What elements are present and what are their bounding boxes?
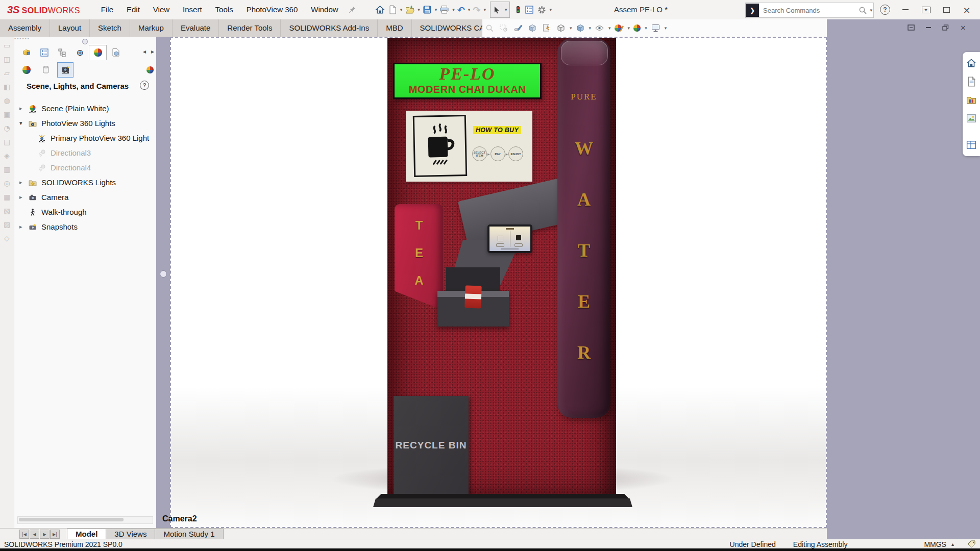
edit-scene-caret[interactable]: ▾ xyxy=(628,26,630,31)
last-tab-button[interactable]: ▶| xyxy=(50,530,60,539)
document-properties-icon[interactable] xyxy=(523,4,535,16)
tree-item-walk-through[interactable]: Walk-through xyxy=(14,205,156,219)
tree-item-scene[interactable]: ▸ Scene (Plain White) xyxy=(14,101,156,116)
next-tab-button[interactable]: ▶ xyxy=(40,530,50,539)
tab-assembly[interactable]: Assembly xyxy=(0,19,50,37)
menu-insert[interactable]: Insert xyxy=(176,0,209,19)
scrollbar-thumb[interactable] xyxy=(19,518,124,521)
menu-photoview-360[interactable]: PhotoView 360 xyxy=(240,0,305,19)
save-caret[interactable]: ▾ xyxy=(435,7,437,12)
dimxpertmanager-tab[interactable]: ⊕ xyxy=(71,45,89,60)
prev-tab-button[interactable]: ◀ xyxy=(30,530,39,539)
configurationmanager-tab[interactable] xyxy=(53,45,71,60)
tab-sketch[interactable]: Sketch xyxy=(90,19,130,37)
zoom-to-fit-icon[interactable] xyxy=(485,23,494,33)
manager-tab-scroll-left[interactable]: ◂ xyxy=(143,48,146,55)
redo-button[interactable]: ↷ xyxy=(471,3,482,17)
tab-markup[interactable]: Markup xyxy=(130,19,173,37)
splitter-knob[interactable] xyxy=(160,270,167,278)
tree-item-snapshots[interactable]: ▸ Snapshots xyxy=(14,219,156,234)
options-gear-icon[interactable] xyxy=(535,4,548,16)
redo-caret[interactable]: ▾ xyxy=(483,7,486,12)
hide-show-items-caret[interactable]: ▾ xyxy=(608,26,611,31)
left-toolbar-icon[interactable]: ◈ xyxy=(4,152,10,159)
menu-file[interactable]: File xyxy=(94,0,120,19)
rebuild-traffic-light-icon[interactable] xyxy=(513,3,523,16)
left-toolbar-icon[interactable]: ▤ xyxy=(4,138,10,145)
span-displays-button[interactable]: ◂▸ xyxy=(916,0,936,19)
search-icon[interactable] xyxy=(859,6,867,15)
save-button[interactable] xyxy=(421,4,433,16)
left-toolbar-icon[interactable]: ▭ xyxy=(4,42,10,49)
tree-item-directional4[interactable]: Directional4 xyxy=(14,160,156,175)
search-caret[interactable]: ▾ xyxy=(870,8,872,13)
display-style-caret[interactable]: ▾ xyxy=(589,26,592,31)
edit-scene-icon[interactable] xyxy=(615,24,624,32)
help-icon[interactable]: ? xyxy=(875,0,895,19)
left-toolbar-icon[interactable]: ◍ xyxy=(4,97,10,104)
tab-render-tools[interactable]: Render Tools xyxy=(219,19,281,37)
new-document-caret[interactable]: ▾ xyxy=(400,7,403,12)
panel-help-icon[interactable]: ? xyxy=(140,81,149,90)
manager-tab-scroll-right[interactable]: ▸ xyxy=(151,48,154,55)
home-button[interactable] xyxy=(374,4,386,16)
undo-button[interactable]: ↶ xyxy=(456,3,467,17)
cam-manager-tab[interactable] xyxy=(107,45,125,60)
photoview-options-icon[interactable] xyxy=(142,62,156,78)
doc-close-icon[interactable]: × xyxy=(960,23,966,32)
select-tool-button[interactable]: ▾ xyxy=(490,2,510,18)
left-toolbar-icon[interactable]: ◎ xyxy=(4,180,10,187)
zoom-to-area-icon[interactable] xyxy=(499,23,508,33)
left-toolbar-icon[interactable]: ▱ xyxy=(4,69,10,77)
search-commands-input[interactable] xyxy=(762,6,857,15)
doc-restore-icon[interactable] xyxy=(942,24,949,31)
menu-tools[interactable]: Tools xyxy=(209,0,240,19)
apply-scene-icon[interactable] xyxy=(633,24,641,32)
menu-window[interactable]: Window xyxy=(304,0,345,19)
tab-3d-views[interactable]: 3D Views xyxy=(106,529,155,539)
tree-item-solidworks-lights[interactable]: ▸ SOLIDWORKS Lights xyxy=(14,175,156,190)
units-caret-icon[interactable]: ▴ xyxy=(951,541,954,547)
left-toolbar-icon[interactable]: ▥ xyxy=(4,166,10,173)
close-button[interactable]: × xyxy=(957,0,977,19)
3d-viewport[interactable]: PE-LO MODERN CHAI DUKAN xyxy=(170,37,827,528)
apply-scene-caret[interactable]: ▾ xyxy=(645,26,647,31)
tree-item-directional3[interactable]: Directional3 xyxy=(14,145,156,160)
view-palette-icon[interactable] xyxy=(966,113,976,123)
tree-item-primary-light[interactable]: Primary PhotoView 360 Light xyxy=(14,131,156,145)
expand-collapsed-icon[interactable]: ▸ xyxy=(19,223,28,230)
panel-horizontal-scrollbar[interactable] xyxy=(17,516,153,524)
new-document-button[interactable] xyxy=(386,4,399,16)
pin-menu-icon[interactable] xyxy=(348,6,356,14)
tab-motion-study-1[interactable]: Motion Study 1 xyxy=(155,529,223,539)
left-toolbar-icon[interactable]: ▣ xyxy=(4,111,10,118)
doc-minimize-icon[interactable] xyxy=(926,27,931,28)
panel-drag-handle[interactable]: •••••• xyxy=(14,38,45,40)
expand-collapsed-icon[interactable]: ▸ xyxy=(19,179,28,186)
view-orientation-caret[interactable]: ▾ xyxy=(570,26,572,31)
view-decals-tab[interactable] xyxy=(38,62,54,78)
left-toolbar-icon[interactable]: ◔ xyxy=(4,124,10,132)
left-toolbar-icon[interactable]: ◧ xyxy=(4,83,10,90)
first-tab-button[interactable]: |◀ xyxy=(19,530,29,539)
tab-solidworks-add-ins[interactable]: SOLIDWORKS Add-Ins xyxy=(281,19,378,37)
edit-appearance-icon[interactable] xyxy=(513,23,523,33)
tree-item-photoview-lights[interactable]: ▾ PhotoView 360 Lights xyxy=(14,116,156,131)
menu-edit[interactable]: Edit xyxy=(120,0,146,19)
open-caret[interactable]: ▾ xyxy=(418,7,420,12)
featuremanager-tree-tab[interactable] xyxy=(17,45,35,60)
display-style-icon[interactable] xyxy=(576,23,585,33)
view-settings-caret[interactable]: ▾ xyxy=(665,26,667,31)
section-view-icon[interactable] xyxy=(528,23,537,33)
print-caret[interactable]: ▾ xyxy=(452,7,455,12)
view-appearances-tab[interactable] xyxy=(18,62,35,78)
design-library-icon[interactable] xyxy=(966,95,976,105)
home-tab-icon[interactable] xyxy=(966,58,976,68)
undo-caret[interactable]: ▾ xyxy=(468,7,471,12)
expand-expanded-icon[interactable]: ▾ xyxy=(19,120,28,127)
restore-button[interactable] xyxy=(936,0,957,19)
view-settings-icon[interactable] xyxy=(651,23,660,33)
tab-model[interactable]: Model xyxy=(67,529,106,539)
hide-show-items-icon[interactable] xyxy=(595,23,604,33)
expand-collapsed-icon[interactable]: ▸ xyxy=(19,105,28,112)
